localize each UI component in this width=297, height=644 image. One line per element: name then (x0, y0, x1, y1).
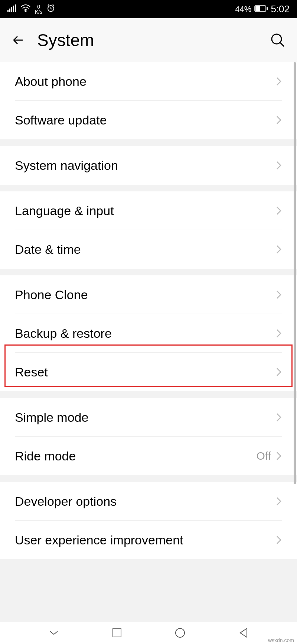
svg-rect-3 (13, 6, 14, 12)
page-title: System (37, 30, 258, 50)
item-value: Off (257, 450, 271, 462)
chevron-right-icon (275, 496, 282, 507)
battery-icon (254, 4, 268, 14)
back-button[interactable] (11, 33, 26, 48)
svg-point-5 (25, 10, 26, 12)
chevron-right-icon (275, 451, 282, 461)
nav-back-button[interactable] (236, 626, 250, 640)
section-navigation: System navigation (0, 146, 297, 185)
item-phone-clone[interactable]: Phone Clone (0, 275, 297, 314)
status-right: 44% 5:02 (235, 3, 290, 15)
section-mode: Simple mode Ride mode Off (0, 398, 297, 475)
speed-unit: K/s (35, 9, 42, 14)
nav-recent-button[interactable] (110, 626, 124, 640)
search-button[interactable] (270, 32, 286, 48)
item-label: Backup & restore (15, 326, 112, 341)
section-backup: Phone Clone Backup & restore Reset (0, 275, 297, 391)
item-label: System navigation (15, 158, 118, 173)
chevron-right-icon (275, 328, 282, 339)
item-label: Date & time (15, 242, 81, 257)
scrollbar[interactable] (294, 62, 296, 484)
item-simple-mode[interactable]: Simple mode (0, 398, 297, 437)
chevron-right-icon (275, 367, 282, 377)
settings-content: About phone Software update System navig… (0, 62, 297, 559)
item-backup-restore[interactable]: Backup & restore (0, 314, 297, 353)
chevron-right-icon (275, 535, 282, 545)
item-user-experience[interactable]: User experience improvement (0, 521, 297, 559)
item-label: Language & input (15, 204, 114, 218)
nav-hide-button[interactable] (47, 626, 61, 640)
svg-point-12 (176, 628, 185, 637)
item-software-update[interactable]: Software update (0, 101, 297, 139)
network-speed: 0 K/s (35, 4, 42, 14)
section-language: Language & input Date & time (0, 191, 297, 269)
chevron-right-icon (275, 115, 282, 125)
item-label: Simple mode (15, 410, 88, 425)
item-label: Reset (15, 365, 48, 379)
svg-rect-0 (7, 10, 9, 12)
nav-home-button[interactable] (173, 626, 187, 640)
section-about: About phone Software update (0, 62, 297, 139)
svg-rect-8 (267, 7, 268, 10)
chevron-right-icon (275, 160, 282, 171)
svg-point-10 (272, 34, 281, 44)
item-label: About phone (15, 74, 87, 89)
svg-rect-2 (11, 7, 12, 12)
item-reset[interactable]: Reset (0, 353, 297, 391)
item-label: Software update (15, 113, 107, 127)
watermark: wsxdn.com (268, 637, 294, 643)
section-developer: Developer options User experience improv… (0, 482, 297, 559)
item-system-navigation[interactable]: System navigation (0, 146, 297, 185)
svg-rect-11 (113, 629, 121, 637)
svg-rect-1 (9, 9, 10, 12)
signal-icon (7, 4, 16, 14)
status-bar: 0 K/s 44% 5:02 (0, 0, 297, 18)
chevron-right-icon (275, 76, 282, 87)
chevron-right-icon (275, 244, 282, 255)
chevron-right-icon (275, 206, 282, 216)
chevron-right-icon (275, 289, 282, 300)
item-label: Ride mode (15, 449, 76, 463)
battery-percentage: 44% (235, 4, 251, 14)
status-left: 0 K/s (7, 4, 55, 14)
item-language-input[interactable]: Language & input (0, 191, 297, 230)
svg-rect-9 (255, 6, 260, 11)
alarm-icon (47, 4, 55, 14)
item-right: Off (257, 450, 282, 462)
item-date-time[interactable]: Date & time (0, 230, 297, 269)
clock-time: 5:02 (271, 3, 290, 15)
item-ride-mode[interactable]: Ride mode Off (0, 437, 297, 475)
speed-value: 0 (37, 4, 40, 9)
item-developer-options[interactable]: Developer options (0, 482, 297, 521)
wifi-icon (21, 4, 30, 14)
svg-rect-4 (15, 4, 16, 12)
navigation-bar (0, 622, 297, 644)
item-about-phone[interactable]: About phone (0, 62, 297, 101)
item-label: User experience improvement (15, 533, 183, 547)
app-header: System (0, 18, 297, 62)
item-label: Developer options (15, 494, 117, 509)
chevron-right-icon (275, 412, 282, 423)
item-label: Phone Clone (15, 288, 88, 302)
